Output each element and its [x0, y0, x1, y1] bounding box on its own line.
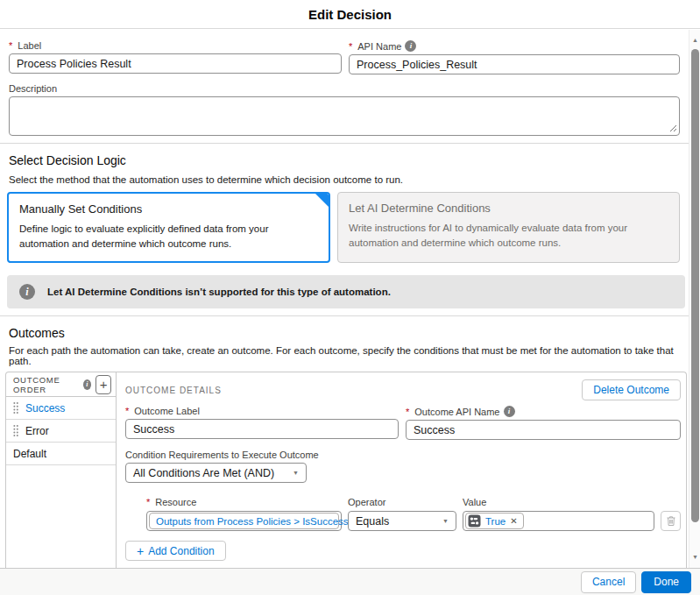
outcome-name-fields-row: * Outcome Label * Outcome API Name i: [125, 406, 681, 440]
resource-input[interactable]: Outputs from Process Policies > IsSucces…: [146, 511, 342, 531]
outcome-api-name-input[interactable]: [406, 420, 681, 440]
add-condition-button[interactable]: + Add Condition: [125, 541, 226, 561]
resource-pill[interactable]: Outputs from Process Policies > IsSucces…: [149, 513, 339, 529]
value-pill[interactable]: True ✕: [465, 513, 524, 529]
value-label: Value: [463, 497, 654, 507]
section-divider: [0, 315, 689, 316]
vertical-scrollbar[interactable]: ▲ ▼: [689, 30, 700, 568]
close-icon[interactable]: ✕: [510, 516, 517, 526]
api-name-field-label: * API Name i: [349, 40, 680, 52]
outcome-api-name-field-label-text: Outcome API Name: [414, 407, 499, 417]
decision-logic-options: Manually Set Conditions Define logic to …: [9, 192, 680, 263]
condition-requirements-select[interactable]: All Conditions Are Met (AND) ▼: [125, 463, 307, 483]
outcome-label-input[interactable]: [125, 419, 399, 439]
option-card-title: Let AI Determine Conditions: [349, 202, 668, 215]
api-name-field-group: * API Name i: [349, 40, 680, 74]
sidebar-item-success[interactable]: Success: [6, 397, 116, 420]
resource-label-text: Resource: [155, 497, 196, 507]
condition-row: * Resource: [146, 497, 681, 531]
dialog-body: * Label * API Name i Description: [0, 30, 689, 568]
required-asterisk: *: [146, 497, 150, 507]
edit-decision-dialog: Edit Decision * Label * API Name i: [0, 0, 700, 595]
cancel-button[interactable]: Cancel: [581, 571, 636, 593]
section-divider: [0, 143, 689, 144]
required-asterisk: *: [9, 40, 12, 51]
option-card-let-ai-determine-conditions[interactable]: Let AI Determine Conditions Write instru…: [337, 192, 680, 263]
operator-select[interactable]: Equals ▼: [348, 511, 456, 531]
drag-handle-icon[interactable]: [13, 401, 18, 414]
outcome-order-label: OUTCOME ORDER: [13, 375, 79, 394]
resource-icon: [468, 514, 481, 528]
outcome-details-panel: OUTCOME DETAILS Delete Outcome * Outcome…: [117, 372, 687, 568]
scroll-down-icon[interactable]: ▼: [689, 550, 700, 563]
resource-field-group: * Resource: [146, 497, 342, 531]
description-textarea[interactable]: [9, 96, 680, 136]
label-field-label: * Label: [9, 40, 342, 51]
trash-icon: [666, 515, 676, 527]
decision-logic-heading: Select Decision Logic: [9, 153, 680, 167]
chevron-down-icon: ▼: [442, 518, 449, 524]
name-fields-row: * Label * API Name i: [9, 40, 680, 74]
label-field-label-text: Label: [18, 40, 41, 51]
outcome-api-name-field-label: * Outcome API Name i: [406, 406, 681, 417]
value-input[interactable]: True ✕: [463, 511, 654, 531]
label-input[interactable]: [9, 53, 342, 74]
outcomes-heading: Outcomes: [9, 326, 680, 340]
sidebar-item-label: Default: [13, 448, 46, 460]
outcome-label-field-group: * Outcome Label: [125, 406, 399, 440]
outcome-order-header: OUTCOME ORDER i +: [6, 372, 116, 397]
operator-value: Equals: [356, 515, 389, 528]
option-card-description: Write instructions for AI to dynamically…: [349, 221, 668, 250]
description-field-label: Description: [9, 83, 680, 94]
required-asterisk: *: [349, 41, 352, 52]
info-icon[interactable]: i: [504, 406, 515, 417]
label-field-group: * Label: [9, 40, 342, 74]
option-card-manually-set-conditions[interactable]: Manually Set Conditions Define logic to …: [7, 192, 330, 263]
info-icon: i: [19, 284, 35, 300]
outcome-order-sidebar: OUTCOME ORDER i + Success: [6, 372, 117, 568]
outcomes-subtext: For each path the automation can take, c…: [9, 345, 680, 366]
condition-requirements-value: All Conditions Are Met (AND): [133, 467, 274, 479]
operator-label: Operator: [348, 497, 456, 507]
option-card-title: Manually Set Conditions: [19, 202, 318, 216]
api-name-input[interactable]: [349, 54, 680, 74]
outcome-label-field-label: * Outcome Label: [125, 406, 399, 416]
sidebar-item-label: Error: [25, 425, 49, 437]
info-icon[interactable]: i: [405, 40, 416, 52]
info-icon[interactable]: i: [83, 379, 91, 390]
done-button[interactable]: Done: [641, 571, 691, 593]
sidebar-item-label: Success: [25, 402, 65, 414]
required-asterisk: *: [125, 406, 129, 416]
resource-pill-text: Outputs from Process Policies > IsSucces…: [156, 516, 349, 527]
chevron-down-icon: ▼: [293, 470, 299, 476]
dialog-footer: Cancel Done: [0, 568, 700, 595]
scroll-up-icon[interactable]: ▲: [689, 33, 700, 46]
delete-condition-button[interactable]: [661, 511, 681, 531]
outcome-details-header: OUTCOME DETAILS Delete Outcome: [125, 379, 681, 400]
drag-handle-icon[interactable]: [13, 424, 18, 437]
add-outcome-button[interactable]: +: [95, 375, 111, 394]
sidebar-item-error[interactable]: Error: [6, 420, 116, 443]
description-field-group: Description: [9, 83, 680, 136]
condition-requirements-label: Condition Requirements to Execute Outcom…: [125, 450, 681, 460]
outcome-api-name-field-group: * Outcome API Name i: [406, 406, 681, 440]
outcomes-panel: OUTCOME ORDER i + Success: [5, 372, 687, 568]
outcome-details-label: OUTCOME DETAILS: [125, 386, 222, 395]
operator-field-group: Operator Equals ▼: [348, 497, 456, 531]
value-pill-text: True: [485, 516, 506, 527]
plus-icon: +: [137, 544, 144, 558]
dialog-title: Edit Decision: [308, 7, 392, 22]
sidebar-item-default[interactable]: Default: [6, 443, 116, 465]
delete-outcome-button[interactable]: Delete Outcome: [582, 379, 681, 400]
condition-requirements-group: Condition Requirements to Execute Outcom…: [125, 450, 681, 483]
resource-label: * Resource: [146, 497, 342, 507]
outcome-label-field-label-text: Outcome Label: [134, 406, 200, 416]
scrollbar-thumb[interactable]: [691, 49, 699, 522]
option-card-description: Define logic to evaluate explicitly defi…: [19, 222, 318, 251]
decision-logic-subtext: Select the method that the automation us…: [9, 174, 680, 185]
required-asterisk: *: [406, 407, 409, 417]
dialog-header: Edit Decision: [0, 0, 700, 29]
value-field-group: Value True: [463, 497, 654, 531]
api-name-field-label-text: API Name: [357, 41, 401, 52]
add-condition-label: Add Condition: [148, 545, 214, 557]
